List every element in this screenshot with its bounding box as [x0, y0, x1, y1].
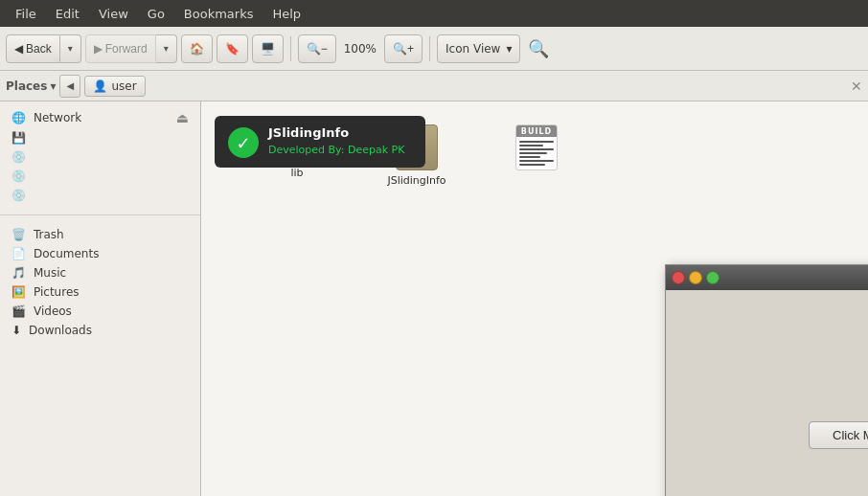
sidebar-bookmarks-section: 🗑️ Trash 📄 Documents 🎵 Music 🖼️ Pictures… [0, 219, 200, 346]
downloads-icon: ⬇️ [11, 324, 21, 337]
sidebar-pictures-label: Pictures [34, 285, 80, 299]
zoom-out-button[interactable]: 🔍− [298, 34, 336, 63]
window-minimize-button[interactable] [689, 271, 702, 284]
tooltip-title: JSlidingInfo [268, 125, 404, 140]
home-icon: 🏠 [190, 42, 204, 56]
file-lib-label: lib [290, 167, 303, 179]
sidebar-item-documents[interactable]: 📄 Documents [0, 244, 200, 263]
toolbar: ◀ Back ▾ ▶ Forward ▾ 🏠 🔖 🖥️ 🔍− 100% 🔍+ I… [0, 27, 868, 71]
back-button[interactable]: ◀ Back [6, 34, 60, 63]
zoom-level: 100% [340, 42, 380, 56]
window-maximize-button[interactable] [706, 271, 720, 284]
menu-bookmarks[interactable]: Bookmarks [176, 3, 262, 25]
menu-help[interactable]: Help [264, 3, 308, 25]
eject-icon[interactable]: ⏏ [176, 110, 189, 125]
pathbar: Places ▾ ◀ 👤 user ✕ [0, 71, 868, 101]
floatwin-body: Click Me [666, 290, 868, 496]
sidebar-item-videos[interactable]: 🎬 Videos [0, 302, 200, 321]
places-arrow-icon: ▾ [50, 79, 56, 93]
forward-button[interactable]: ▶ Forward [85, 34, 156, 63]
sidebar-item-music[interactable]: 🎵 Music [0, 263, 200, 282]
search-icon: 🔍 [528, 39, 549, 58]
tooltip-content: JSlidingInfo Developed By: Deepak PK [268, 125, 404, 156]
path-item-label: user [111, 79, 136, 93]
pictures-icon: 🖼️ [11, 285, 26, 299]
music-icon: 🎵 [11, 266, 26, 280]
back-label: Back [26, 42, 52, 56]
tooltip-popup: ✓ JSlidingInfo Developed By: Deepak PK [215, 116, 425, 168]
videos-icon: 🎬 [11, 304, 26, 318]
sidebar-music-label: Music [34, 266, 66, 280]
sidebar-drive-1[interactable]: 💾 [0, 128, 200, 147]
drive-2-icon: 💿 [11, 150, 26, 164]
menubar: File Edit View Go Bookmarks Help [0, 0, 868, 27]
user-icon: 👤 [93, 79, 107, 93]
tooltip-check-icon: ✓ [228, 127, 259, 158]
sidebar-network-section: 🌐 Network ⏏ 💾 💿 💿 💿 [0, 101, 200, 211]
zoom-out-icon: 🔍− [307, 42, 328, 56]
file-area: ✓ JSlidingInfo Developed By: Deepak PK l… [201, 101, 868, 496]
zoom-in-button[interactable]: 🔍+ [384, 34, 423, 63]
click-me-button[interactable]: Click Me [809, 421, 868, 449]
forward-label: Forward [105, 42, 148, 56]
sidebar-network-label: Network [34, 111, 81, 124]
sidebar-videos-label: Videos [34, 304, 72, 318]
pathbar-close-button[interactable]: ✕ [851, 79, 862, 94]
main-area: 🌐 Network ⏏ 💾 💿 💿 💿 [0, 101, 868, 496]
bookmark-button[interactable]: 🔖 [217, 34, 248, 63]
view-dropdown-icon: ▾ [506, 42, 512, 56]
sidebar-documents-label: Documents [34, 247, 99, 260]
back-arrow-icon: ◀ [14, 42, 23, 56]
toolbar-separator-2 [429, 36, 430, 61]
sidebar: 🌐 Network ⏏ 💾 💿 💿 💿 [0, 101, 201, 496]
path-item-user[interactable]: 👤 user [84, 76, 145, 97]
sidebar-trash-label: Trash [34, 228, 64, 241]
file-jar-label: JSlidingInfo [387, 174, 445, 187]
sidebar-item-pictures[interactable]: 🖼️ Pictures [0, 282, 200, 302]
bookmark-icon: 🔖 [225, 42, 240, 56]
floatwin-titlebar [666, 265, 868, 290]
view-label: Icon View [445, 42, 500, 56]
sidebar-drive-2[interactable]: 💿 [0, 147, 200, 167]
build-icon: BUILD [515, 124, 558, 170]
drive-4-icon: 💿 [11, 189, 26, 202]
drive-3-icon: 💿 [11, 169, 26, 183]
sidebar-item-network[interactable]: 🌐 Network ⏏ [0, 107, 200, 128]
sidebar-divider [0, 214, 200, 215]
trash-icon: 🗑️ [11, 228, 26, 241]
menu-go[interactable]: Go [140, 3, 172, 25]
toolbar-separator-1 [290, 36, 291, 61]
sidebar-item-downloads[interactable]: ⬇️ Downloads [0, 321, 200, 340]
view-selector[interactable]: Icon View ▾ [437, 34, 520, 63]
menu-view[interactable]: View [91, 3, 136, 25]
menu-edit[interactable]: Edit [48, 3, 87, 25]
forward-dropdown-button[interactable]: ▾ [156, 34, 177, 63]
forward-arrow-icon: ▶ [94, 42, 103, 56]
computer-button[interactable]: 🖥️ [252, 34, 284, 63]
places-label: Places [6, 79, 47, 93]
floating-window: Click Me [665, 264, 868, 496]
window-close-button[interactable] [672, 271, 685, 284]
drive-1-icon: 💾 [11, 131, 26, 145]
back-group: ◀ Back ▾ [6, 34, 81, 63]
sidebar-drive-4[interactable]: 💿 [0, 186, 200, 205]
computer-icon: 🖥️ [261, 42, 275, 56]
sidebar-item-trash[interactable]: 🗑️ Trash [0, 225, 200, 244]
sidebar-drive-3[interactable]: 💿 [0, 167, 200, 186]
file-build[interactable]: BUILD [498, 121, 575, 178]
places-toggle[interactable]: Places ▾ [6, 79, 56, 93]
sidebar-downloads-label: Downloads [29, 324, 92, 337]
menu-file[interactable]: File [8, 3, 44, 25]
back-dropdown-button[interactable]: ▾ [60, 34, 81, 63]
documents-icon: 📄 [11, 247, 26, 260]
zoom-in-icon: 🔍+ [393, 42, 414, 56]
tooltip-subtitle: Developed By: Deepak PK [268, 144, 404, 156]
forward-group: ▶ Forward ▾ [85, 34, 177, 63]
path-back-button[interactable]: ◀ [59, 75, 80, 98]
home-button[interactable]: 🏠 [181, 34, 213, 63]
network-icon: 🌐 [11, 111, 26, 124]
search-button[interactable]: 🔍 [524, 34, 553, 63]
